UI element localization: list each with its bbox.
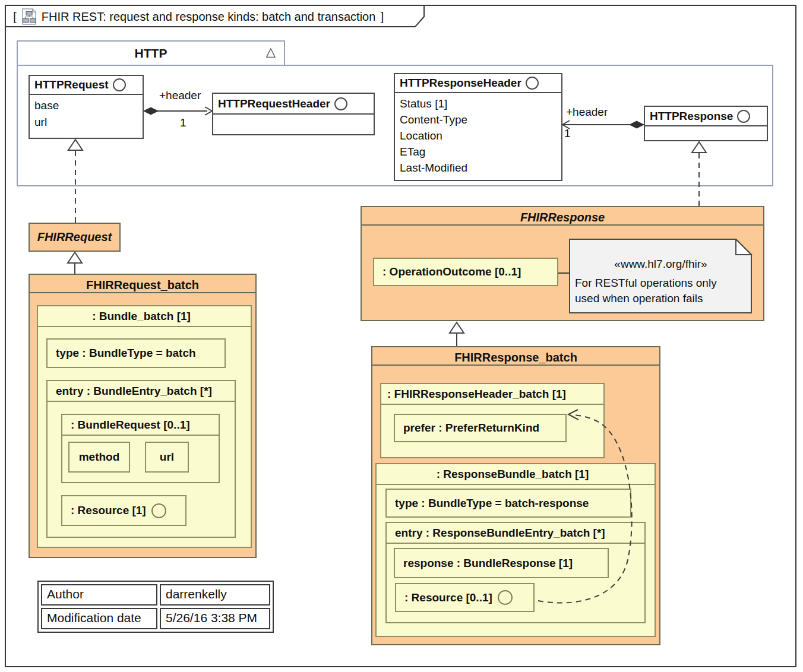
part-label: : Resource [1] (71, 504, 146, 517)
info-table: Author darrenkelly Modification date 5/2… (37, 581, 274, 633)
part-label: type : BundleType = batch-response (395, 497, 589, 510)
class-diagram-icon (21, 8, 37, 25)
note-line2: used when operation fails (575, 291, 703, 306)
attribute: url (34, 114, 138, 131)
resource-circle-icon (151, 503, 166, 518)
title-close-bracket: ] (380, 9, 384, 24)
table-row: Author darrenkelly (41, 584, 270, 606)
response-header-role-label: +header (566, 106, 608, 119)
note-line1: For RESTful operations only (575, 275, 717, 291)
class-name: HTTPResponse (650, 110, 733, 123)
title-open-bracket: [ (13, 9, 17, 24)
part-method: method (68, 442, 130, 473)
part-bundleresponse: response : BundleResponse [1] (394, 548, 609, 578)
class-httpresponse: HTTPResponse (644, 106, 768, 141)
class-name: HTTPResponseHeader (400, 77, 521, 90)
part-type-batch-response: type : BundleType = batch-response (385, 489, 631, 518)
class-circle-icon (526, 77, 539, 90)
triangle-up-icon: △ (266, 45, 276, 59)
info-value: darrenkelly (160, 584, 270, 606)
part-label: : FHIRResponseHeader_batch [1] (381, 384, 603, 405)
attribute: Status [1] (400, 96, 557, 112)
part-label: url (160, 451, 174, 464)
http-package-name: HTTP (135, 46, 167, 61)
http-package-tab: HTTP △ (17, 40, 285, 66)
empty-compartment (645, 126, 767, 160)
part-resource-response: : Resource [0..1] (395, 583, 535, 612)
note-stereotype: «www.hl7.org/fhir» (569, 256, 753, 272)
class-name: FHIRResponse (362, 207, 763, 226)
class-name: FHIRResponse_batch (372, 347, 659, 366)
part-label: : Bundle_batch [1] (38, 306, 251, 327)
response-header-multiplicity-label: 1 (564, 127, 571, 140)
info-key: Modification date (41, 608, 157, 629)
part-label: : OperationOutcome [0..1] (382, 265, 521, 278)
part-label: response : BundleResponse [1] (403, 557, 573, 570)
class-name: HTTPRequest (34, 78, 109, 91)
part-label: method (79, 451, 120, 464)
part-prefer: prefer : PreferReturnKind (394, 414, 567, 442)
class-httprequest: HTTPRequest base url (29, 75, 144, 139)
part-label: : BundleRequest [0..1] (62, 415, 219, 436)
empty-compartment (213, 115, 374, 155)
attribute: Content-Type (400, 112, 557, 128)
part-operationoutcome: : OperationOutcome [0..1] (373, 258, 558, 286)
diagram-title-tab: [ FHIR REST: request and response kinds:… (5, 5, 425, 27)
request-header-multiplicity-label: 1 (180, 116, 186, 129)
class-httprequestheader: HTTPRequestHeader (212, 93, 375, 135)
class-fhirrequest: FHIRRequest (29, 223, 121, 252)
part-label: : ResponseBundle_batch [1] (377, 464, 655, 485)
class-circle-icon (334, 97, 347, 110)
part-label: : Resource [0..1] (404, 591, 492, 604)
attribute: Last-Modified (400, 160, 557, 176)
hl7-note: «www.hl7.org/fhir» For RESTful operation… (569, 239, 753, 314)
class-name: HTTPRequestHeader (218, 97, 330, 110)
diagram-canvas: [ FHIR REST: request and response kinds:… (0, 0, 803, 672)
part-url: url (145, 442, 189, 473)
class-name: FHIRRequest (37, 230, 112, 244)
part-label: entry : BundleEntry_batch [*] (48, 381, 235, 402)
part-type-bundletype: type : BundleType = batch (46, 338, 226, 368)
class-circle-icon (737, 110, 750, 123)
part-resource: : Resource [1] (61, 495, 186, 526)
attribute: ETag (400, 144, 557, 160)
table-row: Modification date 5/26/16 3:38 PM (41, 608, 270, 629)
attribute: Location (400, 128, 557, 144)
info-value: 5/26/16 3:38 PM (160, 608, 270, 629)
attribute: base (34, 97, 138, 114)
frame-title: FHIR REST: request and response kinds: b… (42, 10, 376, 24)
class-name: FHIRRequest_batch (30, 275, 255, 293)
part-label: entry : ResponseBundleEntry_batch [*] (387, 523, 644, 544)
request-header-role-label: +header (159, 89, 201, 102)
class-httpresponseheader: HTTPResponseHeader Status [1] Content-Ty… (394, 73, 562, 181)
info-key: Author (41, 584, 157, 606)
resource-circle-icon (498, 590, 513, 605)
part-label: prefer : PreferReturnKind (403, 421, 539, 435)
part-label: type : BundleType = batch (56, 347, 196, 360)
class-circle-icon (113, 78, 126, 91)
